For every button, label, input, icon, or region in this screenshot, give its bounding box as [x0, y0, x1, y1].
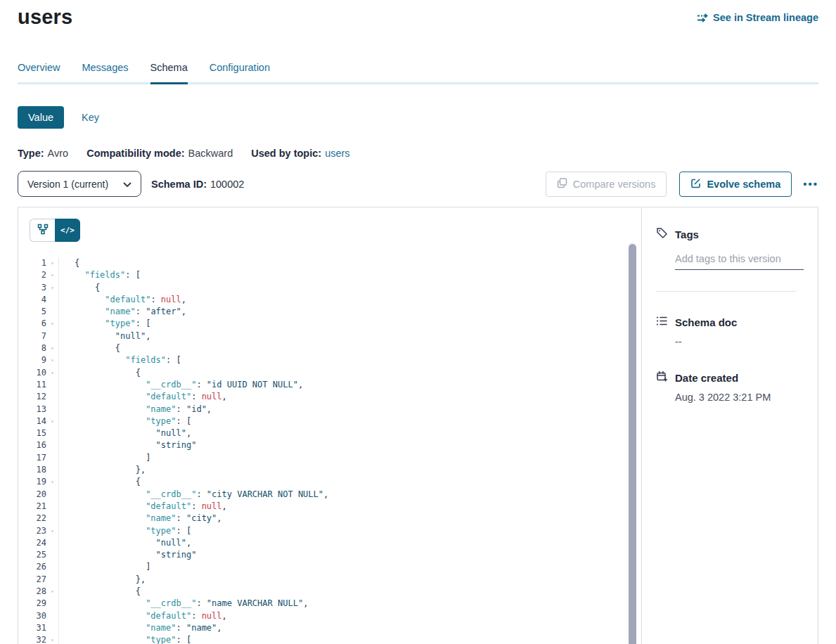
- fold-spacer: [46, 574, 58, 586]
- fold-spacer: [46, 294, 58, 306]
- line-number: 28: [18, 586, 46, 598]
- schema-editor: </> 1▾{2▾"fields": [3▾{4"default": null,…: [18, 207, 642, 644]
- tab-overview[interactable]: Overview: [18, 62, 60, 84]
- fold-spacer: [46, 404, 58, 416]
- schema-type: Type: Avro: [18, 148, 68, 159]
- code-line: 32▾"type": [: [18, 634, 641, 644]
- fold-toggle-icon[interactable]: ▾: [46, 318, 58, 330]
- code-line: 10▾{: [18, 367, 641, 379]
- schema-panel: </> 1▾{2▾"fields": [3▾{4"default": null,…: [18, 207, 818, 644]
- fold-toggle-icon[interactable]: ▾: [46, 476, 58, 488]
- page-header: users See in Stream lineage: [18, 0, 818, 29]
- tree-view-button[interactable]: [30, 219, 55, 242]
- see-in-stream-lineage-link[interactable]: See in Stream lineage: [697, 12, 818, 23]
- line-number: 15: [18, 427, 46, 439]
- code-line: 19▾{: [18, 476, 641, 488]
- code-line: 7"null",: [18, 330, 641, 342]
- line-number: 19: [18, 476, 46, 488]
- line-number: 8: [18, 342, 46, 354]
- type-label: Type:: [18, 148, 44, 159]
- compare-versions-label: Compare versions: [573, 179, 656, 190]
- tags-title: Tags: [675, 228, 699, 240]
- code-text: {: [58, 282, 641, 294]
- line-number: 9: [18, 354, 46, 366]
- fold-toggle-icon[interactable]: ▾: [46, 367, 58, 379]
- evolve-schema-button[interactable]: Evolve schema: [679, 172, 792, 197]
- compare-icon: [557, 178, 567, 191]
- fold-toggle-icon[interactable]: ▾: [46, 342, 58, 354]
- line-number: 23: [18, 525, 46, 537]
- tags-input[interactable]: [675, 253, 804, 264]
- schema-meta: Type: Avro Compatibility mode: Backward …: [18, 148, 818, 159]
- calendar-plus-icon: [656, 371, 668, 385]
- schema-id: Schema ID: 100002: [151, 179, 244, 190]
- code-text: {: [58, 342, 641, 354]
- topic-link[interactable]: users: [325, 148, 349, 159]
- line-number: 7: [18, 330, 46, 342]
- code-line: 17]: [18, 452, 641, 464]
- fold-toggle-icon[interactable]: ▾: [46, 586, 58, 598]
- code-line: 4"default": null,: [18, 294, 641, 306]
- line-number: 20: [18, 489, 46, 501]
- code-text: "type": [: [58, 318, 641, 330]
- editor-scrollbar-track: [629, 243, 636, 644]
- line-number: 5: [18, 306, 46, 318]
- version-select[interactable]: Version 1 (current): [18, 171, 141, 197]
- key-toggle-button[interactable]: Key: [82, 112, 99, 123]
- tags-section: Tags: [656, 227, 804, 270]
- compatibility-value: Backward: [188, 148, 233, 159]
- fold-spacer: [46, 306, 58, 318]
- editor-scrollbar-thumb[interactable]: [629, 244, 636, 644]
- code-line: 18},: [18, 464, 641, 476]
- line-number: 12: [18, 391, 46, 403]
- compare-versions-button[interactable]: Compare versions: [546, 172, 667, 197]
- code-text: ]: [58, 452, 641, 464]
- code-line: 20"__crdb__": "city VARCHAR NOT NULL",: [18, 489, 641, 501]
- stream-lineage-label: See in Stream lineage: [713, 12, 818, 23]
- code-text: "__crdb__": "name VARCHAR NULL",: [58, 598, 641, 610]
- code-text: {: [58, 367, 641, 379]
- fold-toggle-icon[interactable]: ▾: [46, 354, 58, 366]
- line-number: 14: [18, 416, 46, 427]
- code-text: "null",: [58, 330, 641, 342]
- tab-schema[interactable]: Schema: [150, 62, 188, 84]
- line-number: 2: [18, 269, 46, 281]
- fold-toggle-icon[interactable]: ▾: [46, 269, 58, 281]
- code-text: "__crdb__": "id UUID NOT NULL",: [58, 379, 641, 391]
- tags-header: Tags: [656, 227, 804, 242]
- fold-spacer: [46, 561, 58, 573]
- code-view-icon: </>: [60, 226, 75, 235]
- code-line: 16"string": [18, 439, 641, 451]
- fold-toggle-icon[interactable]: ▾: [46, 634, 58, 644]
- code-view-button[interactable]: </>: [55, 219, 80, 242]
- version-actions: Compare versions Evolve schema •••: [546, 172, 818, 197]
- tags-input-wrap: [675, 252, 804, 270]
- date-created-title: Date created: [675, 372, 738, 384]
- code-line: 11"__crdb__": "id UUID NOT NULL",: [18, 379, 641, 391]
- code-line: 8▾{: [18, 342, 641, 354]
- fold-toggle-icon[interactable]: ▾: [46, 525, 58, 537]
- fold-toggle-icon[interactable]: ▾: [46, 416, 58, 427]
- fold-spacer: [46, 598, 58, 610]
- schema-page: users See in Stream lineage Overview Mes…: [0, 0, 836, 644]
- fold-toggle-icon[interactable]: ▾: [46, 282, 58, 294]
- schema-sidebar: Tags Schema doc --: [642, 207, 818, 644]
- code-text: "__crdb__": "city VARCHAR NOT NULL",: [58, 489, 641, 501]
- fold-spacer: [46, 513, 58, 524]
- more-options-button[interactable]: •••: [803, 179, 818, 189]
- code-text: "name": "after",: [58, 306, 641, 318]
- value-toggle-button[interactable]: Value: [18, 106, 64, 129]
- code-line: 2▾"fields": [: [18, 269, 641, 281]
- code-line: 12"default": null,: [18, 391, 641, 403]
- tab-configuration[interactable]: Configuration: [210, 62, 270, 84]
- line-number: 1: [18, 257, 46, 269]
- tab-messages[interactable]: Messages: [82, 62, 128, 84]
- line-number: 4: [18, 294, 46, 306]
- code-text: "string": [58, 439, 641, 451]
- schema-id-value: 100002: [210, 179, 244, 190]
- code-line: 1▾{: [18, 257, 641, 269]
- line-number: 31: [18, 622, 46, 634]
- fold-toggle-icon[interactable]: ▾: [46, 257, 58, 269]
- code-text: "null",: [58, 537, 641, 549]
- code-line: 24"null",: [18, 537, 641, 549]
